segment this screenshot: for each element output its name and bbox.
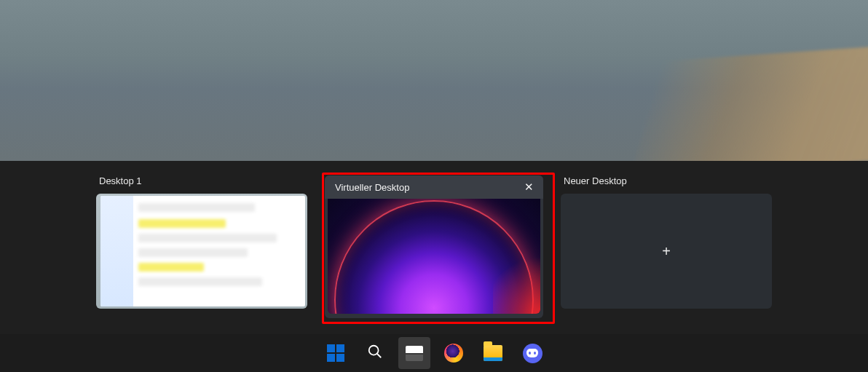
start-button[interactable] <box>320 337 352 369</box>
close-desktop-button[interactable]: ✕ <box>521 180 536 194</box>
file-explorer-icon <box>484 345 502 361</box>
taskbar <box>0 334 868 372</box>
windows-logo-icon <box>327 344 344 362</box>
discord-icon <box>523 344 542 363</box>
svg-point-0 <box>369 346 379 355</box>
virtual-desktops-panel: Desktop 1 Virtueller Desktop ✕ <box>0 161 868 334</box>
firefox-app[interactable] <box>438 337 470 369</box>
discord-app[interactable] <box>516 337 548 369</box>
new-desktop-button[interactable]: + <box>561 194 772 309</box>
desktop-card-1[interactable]: Desktop 1 <box>96 175 307 334</box>
desktop-label: Virtueller Desktop <box>335 182 409 193</box>
close-icon: ✕ <box>524 181 534 194</box>
desktop-wallpaper <box>0 0 868 161</box>
search-icon <box>367 344 383 363</box>
desktop-card-virtual[interactable]: Virtueller Desktop ✕ <box>325 175 543 334</box>
task-view-button[interactable] <box>398 337 430 369</box>
plus-icon: + <box>662 243 671 260</box>
desktop-label: Neuer Desktop <box>561 175 772 186</box>
desktop-label: Desktop 1 <box>96 175 307 186</box>
desktop-header: Virtueller Desktop ✕ <box>325 175 543 199</box>
new-desktop-card[interactable]: Neuer Desktop + <box>561 175 772 334</box>
desktop-thumbnail[interactable] <box>96 194 307 309</box>
search-button[interactable] <box>359 337 391 369</box>
window-preview <box>100 196 305 306</box>
firefox-icon <box>444 344 463 363</box>
file-explorer-app[interactable] <box>477 337 509 369</box>
svg-line-1 <box>377 354 382 358</box>
desktop-thumbnail[interactable] <box>328 199 540 314</box>
task-view-icon <box>406 346 423 361</box>
